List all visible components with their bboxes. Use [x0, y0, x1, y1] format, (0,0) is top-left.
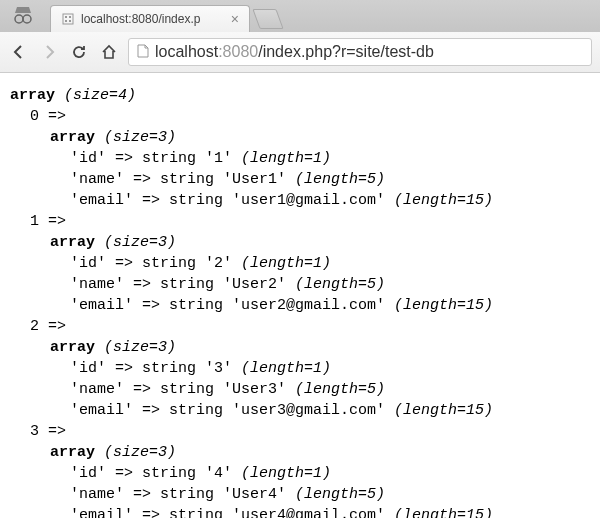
svg-rect-7	[69, 20, 71, 22]
incognito-icon	[10, 4, 36, 26]
dump-field-row: 'email' => string 'user2@gmail.com' (len…	[10, 295, 590, 316]
dump-field-row: 'email' => string 'user3@gmail.com' (len…	[10, 400, 590, 421]
dump-outer-array: array (size=4)	[10, 85, 590, 106]
dump-field-row: 'name' => string 'User2' (length=5)	[10, 274, 590, 295]
page-content: array (size=4) 0 =>array (size=3)'id' =>…	[0, 73, 600, 518]
new-tab-button[interactable]	[252, 9, 283, 29]
dump-index-row: 0 =>	[10, 106, 590, 127]
dump-field-row: 'email' => string 'user4@gmail.com' (len…	[10, 505, 590, 518]
dump-inner-array: array (size=3)	[10, 337, 590, 358]
browser-tab[interactable]: localhost:8080/index.p ×	[50, 5, 250, 32]
svg-point-1	[23, 15, 31, 23]
url-host: localhost	[155, 43, 218, 60]
dump-inner-array: array (size=3)	[10, 232, 590, 253]
dump-index-row: 2 =>	[10, 316, 590, 337]
url-path: /index.php?r=site/test-db	[258, 43, 434, 60]
tab-title: localhost:8080/index.p	[81, 12, 200, 26]
dump-field-row: 'name' => string 'User3' (length=5)	[10, 379, 590, 400]
svg-rect-5	[69, 16, 71, 18]
svg-point-0	[15, 15, 23, 23]
dump-index-row: 3 =>	[10, 421, 590, 442]
page-icon	[137, 44, 149, 61]
reload-button[interactable]	[68, 41, 90, 63]
url-port: :8080	[218, 43, 258, 60]
tab-favicon-icon	[61, 12, 75, 26]
size-annotation: (size=4)	[64, 87, 136, 104]
dump-inner-array: array (size=3)	[10, 127, 590, 148]
dump-field-row: 'id' => string '4' (length=1)	[10, 463, 590, 484]
home-button[interactable]	[98, 41, 120, 63]
dump-field-row: 'id' => string '3' (length=1)	[10, 358, 590, 379]
toolbar: localhost:8080/index.php?r=site/test-db	[0, 32, 600, 72]
dump-field-row: 'id' => string '2' (length=1)	[10, 253, 590, 274]
browser-chrome: localhost:8080/index.p × localhost:8080/…	[0, 0, 600, 73]
address-bar[interactable]: localhost:8080/index.php?r=site/test-db	[128, 38, 592, 66]
dump-field-row: 'id' => string '1' (length=1)	[10, 148, 590, 169]
dump-items: 0 =>array (size=3)'id' => string '1' (le…	[10, 106, 590, 518]
svg-rect-4	[65, 16, 67, 18]
dump-field-row: 'name' => string 'User4' (length=5)	[10, 484, 590, 505]
url-text: localhost:8080/index.php?r=site/test-db	[155, 43, 434, 61]
dump-inner-array: array (size=3)	[10, 442, 590, 463]
dump-index-row: 1 =>	[10, 211, 590, 232]
svg-rect-3	[63, 14, 73, 24]
svg-rect-6	[65, 20, 67, 22]
tab-close-icon[interactable]: ×	[231, 11, 239, 27]
forward-button[interactable]	[38, 41, 60, 63]
back-button[interactable]	[8, 41, 30, 63]
dump-field-row: 'email' => string 'user1@gmail.com' (len…	[10, 190, 590, 211]
tab-bar: localhost:8080/index.p ×	[0, 0, 600, 32]
dump-field-row: 'name' => string 'User1' (length=5)	[10, 169, 590, 190]
array-keyword: array	[10, 87, 55, 104]
